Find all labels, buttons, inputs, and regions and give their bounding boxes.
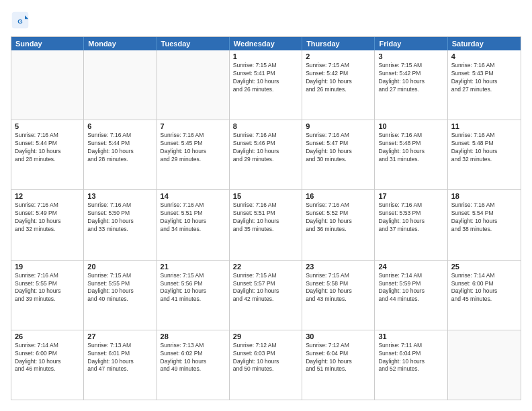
day-info: Sunrise: 7:11 AM Sunset: 6:04 PM Dayligh…	[378, 342, 443, 374]
day-info: Sunrise: 7:15 AM Sunset: 5:42 PM Dayligh…	[306, 62, 371, 94]
day-number: 24	[378, 263, 443, 271]
day-info: Sunrise: 7:14 AM Sunset: 6:00 PM Dayligh…	[15, 342, 80, 374]
day-info: Sunrise: 7:15 AM Sunset: 5:42 PM Dayligh…	[378, 62, 443, 94]
weekday-header: Friday	[375, 37, 447, 50]
day-info: Sunrise: 7:16 AM Sunset: 5:48 PM Dayligh…	[378, 132, 443, 164]
calendar-cell: 16Sunrise: 7:16 AM Sunset: 5:52 PM Dayli…	[302, 190, 375, 259]
day-number: 18	[451, 192, 517, 200]
calendar-cell: 1Sunrise: 7:15 AM Sunset: 5:41 PM Daylig…	[230, 50, 302, 120]
weekday-header: Saturday	[448, 37, 521, 50]
day-info: Sunrise: 7:16 AM Sunset: 5:51 PM Dayligh…	[233, 201, 298, 234]
day-number: 8	[233, 122, 298, 130]
day-number: 29	[233, 332, 298, 340]
day-number: 27	[87, 332, 152, 340]
day-number: 22	[233, 263, 298, 271]
day-number: 23	[306, 263, 371, 271]
day-info: Sunrise: 7:14 AM Sunset: 5:59 PM Dayligh…	[378, 272, 443, 304]
calendar-cell: 9Sunrise: 7:16 AM Sunset: 5:47 PM Daylig…	[302, 120, 375, 189]
calendar-cell: 4Sunrise: 7:16 AM Sunset: 5:43 PM Daylig…	[448, 50, 521, 120]
calendar-cell: 31Sunrise: 7:11 AM Sunset: 6:04 PM Dayli…	[375, 330, 447, 400]
calendar-cell: 18Sunrise: 7:16 AM Sunset: 5:54 PM Dayli…	[448, 190, 521, 259]
calendar-cell	[157, 50, 230, 120]
day-number: 2	[306, 52, 371, 60]
calendar-cell: 30Sunrise: 7:12 AM Sunset: 6:04 PM Dayli…	[302, 330, 375, 400]
page: G SundayMondayTuesdayWednesdayThursdayFr…	[0, 0, 532, 411]
calendar-cell: 12Sunrise: 7:16 AM Sunset: 5:49 PM Dayli…	[11, 190, 84, 259]
day-number: 9	[306, 122, 371, 130]
calendar-header: SundayMondayTuesdayWednesdayThursdayFrid…	[11, 37, 521, 50]
calendar-cell: 24Sunrise: 7:14 AM Sunset: 5:59 PM Dayli…	[375, 261, 447, 330]
day-info: Sunrise: 7:12 AM Sunset: 6:03 PM Dayligh…	[233, 342, 298, 374]
calendar-row: 19Sunrise: 7:16 AM Sunset: 5:55 PM Dayli…	[11, 260, 521, 330]
day-number: 4	[451, 52, 517, 60]
calendar-cell: 28Sunrise: 7:13 AM Sunset: 6:02 PM Dayli…	[157, 330, 230, 400]
day-number: 19	[15, 263, 80, 271]
day-info: Sunrise: 7:15 AM Sunset: 5:55 PM Dayligh…	[87, 272, 152, 304]
day-info: Sunrise: 7:15 AM Sunset: 5:56 PM Dayligh…	[161, 272, 226, 304]
calendar-cell: 10Sunrise: 7:16 AM Sunset: 5:48 PM Dayli…	[375, 120, 447, 189]
calendar-cell: 2Sunrise: 7:15 AM Sunset: 5:42 PM Daylig…	[302, 50, 375, 120]
calendar-cell: 7Sunrise: 7:16 AM Sunset: 5:45 PM Daylig…	[157, 120, 230, 189]
day-number: 12	[15, 192, 80, 200]
day-info: Sunrise: 7:16 AM Sunset: 5:55 PM Dayligh…	[15, 272, 80, 304]
logo-icon: G	[11, 11, 30, 30]
calendar-cell: 13Sunrise: 7:16 AM Sunset: 5:50 PM Dayli…	[84, 190, 157, 259]
calendar-cell: 3Sunrise: 7:15 AM Sunset: 5:42 PM Daylig…	[375, 50, 447, 120]
calendar-cell	[11, 50, 84, 120]
day-info: Sunrise: 7:16 AM Sunset: 5:49 PM Dayligh…	[15, 201, 80, 234]
day-number: 25	[451, 263, 517, 271]
weekday-header: Tuesday	[157, 37, 230, 50]
day-info: Sunrise: 7:16 AM Sunset: 5:46 PM Dayligh…	[233, 132, 298, 164]
day-info: Sunrise: 7:16 AM Sunset: 5:48 PM Dayligh…	[451, 132, 517, 164]
day-info: Sunrise: 7:15 AM Sunset: 5:57 PM Dayligh…	[233, 272, 298, 304]
calendar-cell: 15Sunrise: 7:16 AM Sunset: 5:51 PM Dayli…	[230, 190, 302, 259]
day-info: Sunrise: 7:16 AM Sunset: 5:44 PM Dayligh…	[15, 132, 80, 164]
day-info: Sunrise: 7:16 AM Sunset: 5:44 PM Dayligh…	[87, 132, 152, 164]
calendar-cell: 5Sunrise: 7:16 AM Sunset: 5:44 PM Daylig…	[11, 120, 84, 189]
calendar-cell: 8Sunrise: 7:16 AM Sunset: 5:46 PM Daylig…	[230, 120, 302, 189]
day-info: Sunrise: 7:16 AM Sunset: 5:51 PM Dayligh…	[161, 201, 226, 234]
day-number: 31	[378, 332, 443, 340]
calendar-cell: 25Sunrise: 7:14 AM Sunset: 6:00 PM Dayli…	[448, 261, 521, 330]
day-number: 30	[306, 332, 371, 340]
day-number: 28	[161, 332, 226, 340]
calendar-cell: 27Sunrise: 7:13 AM Sunset: 6:01 PM Dayli…	[84, 330, 157, 400]
calendar-cell: 11Sunrise: 7:16 AM Sunset: 5:48 PM Dayli…	[448, 120, 521, 189]
calendar-cell: 22Sunrise: 7:15 AM Sunset: 5:57 PM Dayli…	[230, 261, 302, 330]
calendar-row: 5Sunrise: 7:16 AM Sunset: 5:44 PM Daylig…	[11, 120, 521, 189]
day-info: Sunrise: 7:16 AM Sunset: 5:54 PM Dayligh…	[451, 201, 517, 234]
day-info: Sunrise: 7:16 AM Sunset: 5:53 PM Dayligh…	[378, 201, 443, 234]
day-number: 1	[233, 52, 298, 60]
weekday-header: Thursday	[302, 37, 375, 50]
day-number: 16	[306, 192, 371, 200]
day-info: Sunrise: 7:13 AM Sunset: 6:02 PM Dayligh…	[161, 342, 226, 374]
calendar-cell: 29Sunrise: 7:12 AM Sunset: 6:03 PM Dayli…	[230, 330, 302, 400]
day-info: Sunrise: 7:16 AM Sunset: 5:47 PM Dayligh…	[306, 132, 371, 164]
day-info: Sunrise: 7:16 AM Sunset: 5:50 PM Dayligh…	[87, 201, 152, 234]
day-number: 10	[378, 122, 443, 130]
calendar-row: 26Sunrise: 7:14 AM Sunset: 6:00 PM Dayli…	[11, 330, 521, 400]
day-number: 14	[161, 192, 226, 200]
logo: G	[11, 11, 32, 30]
day-number: 13	[87, 192, 152, 200]
calendar-row: 1Sunrise: 7:15 AM Sunset: 5:41 PM Daylig…	[11, 50, 521, 120]
weekday-header: Monday	[84, 37, 157, 50]
day-info: Sunrise: 7:16 AM Sunset: 5:43 PM Dayligh…	[451, 62, 517, 94]
svg-text:G: G	[17, 17, 22, 25]
day-info: Sunrise: 7:13 AM Sunset: 6:01 PM Dayligh…	[87, 342, 152, 374]
day-number: 6	[87, 122, 152, 130]
weekday-header: Sunday	[11, 37, 84, 50]
calendar-body: 1Sunrise: 7:15 AM Sunset: 5:41 PM Daylig…	[11, 50, 521, 400]
calendar-cell	[84, 50, 157, 120]
calendar-cell: 6Sunrise: 7:16 AM Sunset: 5:44 PM Daylig…	[84, 120, 157, 189]
day-number: 3	[378, 52, 443, 60]
day-number: 11	[451, 122, 517, 130]
header: G	[11, 11, 521, 30]
day-info: Sunrise: 7:14 AM Sunset: 6:00 PM Dayligh…	[451, 272, 517, 304]
day-number: 5	[15, 122, 80, 130]
day-number: 15	[233, 192, 298, 200]
day-info: Sunrise: 7:16 AM Sunset: 5:45 PM Dayligh…	[161, 132, 226, 164]
day-number: 17	[378, 192, 443, 200]
calendar-row: 12Sunrise: 7:16 AM Sunset: 5:49 PM Dayli…	[11, 189, 521, 259]
day-number: 21	[161, 263, 226, 271]
